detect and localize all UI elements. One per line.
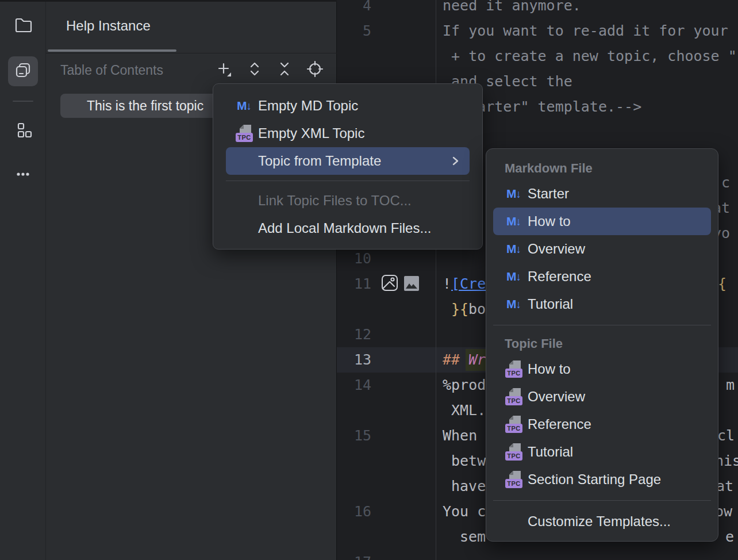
menu-item-reference[interactable]: M↓Reference [493,263,711,290]
menu-item-label: Reference [528,416,591,432]
menu-item-section-starting-page[interactable]: TPCSection Starting Page [493,466,711,493]
code-segment: need it anymore. [443,0,581,18]
line-number: 12 [337,322,371,347]
code-segment: betw [451,448,486,474]
code-segment: + to create a new topic, choose " [443,44,737,69]
more-tool-windows-button[interactable] [8,160,38,190]
menu-item-overview[interactable]: TPCOverview [493,383,711,411]
editor-row: + to create a new topic, choose " [337,44,738,69]
menu-item-reference[interactable]: TPCReference [493,411,711,438]
line-number: 17 [337,550,371,560]
menu-item-label: Empty XML Topic [258,125,364,141]
tab-divider [46,53,337,53]
menu-item-label: Section Starting Page [528,471,661,488]
menu-item-how-to[interactable]: TPCHow to [493,355,711,383]
topic-file-icon: TPC [505,443,523,461]
writerside-pages-icon [13,60,33,83]
menu-item-label: Empty MD Topic [258,98,358,114]
code-segment: ## [443,347,460,373]
code-segment: at [716,474,733,499]
menu-item-starter[interactable]: M↓Starter [493,180,711,208]
code-segment: cl [717,423,735,448]
locate-icon [306,60,324,80]
menu-item-label: Customize Templates... [528,513,671,530]
code-segment: ! [443,271,451,297]
locate-button[interactable] [304,59,326,81]
writerside-window: 451011121314151617 need it anymore.If yo… [0,0,738,560]
writerside-tool-button[interactable] [8,56,38,86]
editor-row: If you want to re-add it for your [337,18,738,44]
code-segment: his [715,448,738,474]
editor-row: need it anymore. [337,0,738,18]
menu-item-label: Add Local Markdown Files... [258,220,431,236]
code-segment: %prod [443,373,486,398]
menu-separator [493,325,711,325]
plus-icon [216,60,233,80]
window-top-edge [0,0,337,2]
markdown-file-icon: M↓ [505,270,523,283]
expand-all-button[interactable] [244,59,266,81]
menu-section-header: Topic File [486,332,718,355]
more-icon [13,164,33,187]
markdown-file-icon: M↓ [505,242,523,256]
menu-item-label: Overview [528,389,585,405]
topic-file-icon: TPC [505,416,523,433]
menu-item-customize-templates[interactable]: Customize Templates... [493,508,711,535]
code-segment: [Cre [451,271,486,297]
menu-item-label: Tutorial [528,296,573,312]
line-number: 10 [337,246,371,271]
code-segment: { [718,271,727,297]
menu-item-overview[interactable]: M↓Overview [493,235,711,263]
code-segment: }{ [451,297,468,322]
menu-item-how-to[interactable]: M↓How to [493,208,711,235]
code-segment: When [443,423,486,448]
menu-item-label: Topic from Template [258,153,381,169]
menu-item-label: How to [528,213,571,229]
markdown-file-icon: M↓ [505,187,523,201]
add-topic-button[interactable] [213,59,235,81]
menu-item-link-topic-files-to-toc: Link Topic Files to TOC... [226,187,470,214]
collapse-all-icon [276,60,293,80]
menu-separator [226,181,470,181]
tool-window-tab[interactable]: Help Instance [66,15,151,37]
expand-all-icon [246,60,263,80]
rail-divider [13,101,33,102]
menu-item-empty-xml-topic[interactable]: TPCEmpty XML Topic [226,120,470,147]
menu-item-label: Overview [528,241,585,257]
code-segment: sem [460,524,486,550]
toc-toolbar [46,59,337,81]
menu-item-label: Link Topic Files to TOC... [258,193,412,209]
menu-item-label: Tutorial [528,444,573,460]
structure-icon [13,120,33,143]
menu-item-topic-from-template[interactable]: Topic from Template [226,147,470,175]
activity-bar [0,0,46,560]
collapse-all-button[interactable] [274,59,295,81]
menu-item-empty-md-topic[interactable]: M↓Empty MD Topic [226,92,470,120]
topic-file-icon: TPC [505,471,523,488]
structure-tool-button[interactable] [8,116,38,146]
folder-tool-button[interactable] [8,11,38,41]
code-segment: Wr [468,347,486,373]
topic-file-icon: TPC [505,388,523,405]
code-segment: XML. [451,398,486,423]
code-segment: You c [443,499,486,524]
active-tab-underline [48,49,176,52]
markdown-file-icon: M↓ [235,99,253,113]
folder-icon [13,14,33,37]
menu-item-label: Starter [528,186,569,202]
menu-item-tutorial[interactable]: M↓Tutorial [493,290,711,318]
code-segment: e [725,524,734,550]
code-segment: c [721,170,730,195]
menu-item-add-local-markdown-files[interactable]: Add Local Markdown Files... [226,214,470,242]
topic-file-icon: TPC [235,125,253,142]
template-submenu: Markdown FileM↓StarterM↓How toM↓Overview… [486,148,718,542]
code-segment: have [451,474,486,499]
markdown-file-icon: M↓ [505,297,523,311]
topic-file-icon: TPC [505,360,523,378]
menu-item-tutorial[interactable]: TPCTutorial [493,438,711,466]
menu-item-label: Reference [528,269,591,285]
code-segment: If you want to re-add it for your [443,18,728,44]
markdown-file-icon: M↓ [505,214,523,228]
menu-section-header: Markdown File [486,157,718,180]
submenu-arrow-icon [450,156,460,166]
